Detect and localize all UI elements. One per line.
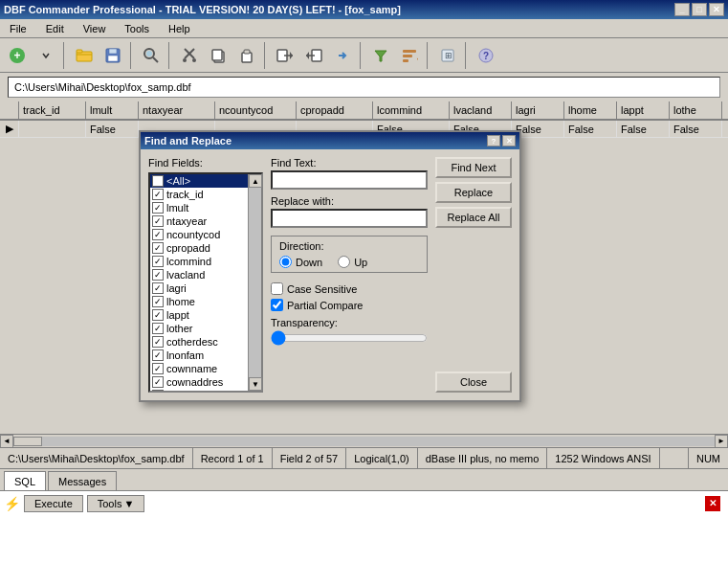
field-item-10[interactable]: lappt (150, 308, 248, 322)
find-next-button[interactable]: Find Next (435, 157, 512, 178)
field-item-8[interactable]: lagri (150, 282, 248, 295)
arrow-button[interactable] (329, 42, 356, 69)
direction-radio-row: Down Up (279, 256, 419, 268)
close-button[interactable]: ✕ (709, 3, 724, 16)
direction-up[interactable]: Up (338, 256, 367, 268)
close-dialog-button[interactable]: Close (435, 372, 512, 393)
status-path: C:\Users\Mihai\Desktop\fox_samp.dbf (0, 448, 193, 468)
export-button[interactable] (300, 42, 327, 69)
replace-button[interactable]: Replace (435, 182, 512, 203)
field-item-4[interactable]: ncountycod (150, 228, 248, 241)
copy-button[interactable] (205, 42, 232, 69)
tab-sql[interactable]: SQL (4, 471, 46, 490)
direction-label: Direction: (279, 240, 419, 252)
field-label-2: lmult (166, 202, 188, 214)
replace-all-button[interactable]: Replace All (435, 207, 512, 228)
menu-tools[interactable]: Tools (119, 21, 155, 36)
fields-label: Find Fields: (148, 157, 263, 169)
new-button[interactable]: + (4, 42, 31, 69)
field-item-6[interactable]: lcommind (150, 255, 248, 268)
toolbar-sep-5 (360, 42, 364, 69)
close-panel-button[interactable]: ✕ (705, 496, 720, 511)
menu-file[interactable]: File (4, 21, 33, 36)
field-item-14[interactable]: cownname (150, 362, 248, 375)
menu-help[interactable]: Help (163, 21, 196, 36)
field-checkbox-3 (152, 215, 164, 227)
field-item-0[interactable]: <All> (150, 174, 248, 188)
status-field: Field 2 of 57 (273, 448, 347, 468)
field-label-13: lnonfam (166, 349, 204, 361)
field-label-14: cownname (166, 363, 217, 374)
find-text-label: Find Text: (271, 157, 428, 169)
case-sensitive-option[interactable]: Case Sensitive (271, 282, 428, 295)
filter-button[interactable] (367, 42, 394, 69)
field-checkbox-0 (152, 175, 164, 187)
dialog-overlay: Find and Replace ? ✕ Find Fields: (0, 101, 728, 447)
scroll-down[interactable]: ▼ (249, 377, 262, 391)
field-checkbox-15 (152, 376, 164, 388)
dialog-help-button[interactable]: ? (487, 135, 500, 146)
find-text-input[interactable] (271, 170, 428, 190)
case-sensitive-checkbox[interactable] (271, 282, 283, 295)
direction-group: Direction: Down Up (271, 236, 428, 273)
field-checkbox-4 (152, 229, 164, 240)
menu-view[interactable]: View (77, 21, 112, 36)
scroll-up[interactable]: ▲ (249, 174, 262, 188)
replace-with-input[interactable] (271, 209, 428, 228)
field-item-5[interactable]: cpropadd (150, 241, 248, 255)
execute-button[interactable]: Execute (24, 495, 83, 512)
right-panel: Find Text: Replace with: Direction: (271, 157, 428, 393)
title-bar-controls: _ □ ✕ (674, 3, 724, 16)
field-label-3: ntaxyear (166, 215, 207, 227)
field-item-9[interactable]: lhome (150, 295, 248, 308)
field-item-12[interactable]: cotherdesc (150, 335, 248, 349)
partial-compare-checkbox[interactable] (271, 299, 283, 311)
field-checkbox-12 (152, 336, 164, 348)
dialog-close-button[interactable]: ✕ (502, 135, 516, 146)
tab-messages[interactable]: Messages (48, 471, 117, 490)
cut-button[interactable] (176, 42, 203, 69)
maximize-button[interactable]: □ (692, 3, 707, 16)
field-label-15: cownaddres (166, 376, 223, 388)
field-item-16[interactable]: cowncity (150, 389, 248, 391)
title-bar: DBF Commander Professional - TRIAL VERSI… (0, 0, 728, 19)
svg-point-13 (192, 58, 196, 62)
search-button[interactable] (138, 42, 165, 69)
save-button[interactable] (99, 42, 126, 69)
svg-rect-6 (108, 56, 118, 61)
field-item-3[interactable]: ntaxyear (150, 214, 248, 228)
field-item-2[interactable]: lmult (150, 201, 248, 214)
field-label-16: cowncity (166, 390, 207, 391)
sort-button[interactable]: ▼ (396, 42, 423, 69)
toolbar-sep-3 (168, 42, 172, 69)
radio-up[interactable] (338, 256, 350, 268)
fields-scrollbar[interactable]: ▲ ▼ (248, 174, 261, 391)
paste-button[interactable] (233, 42, 260, 69)
open-button[interactable] (71, 42, 98, 69)
calc-button[interactable]: ⊞ (434, 42, 461, 69)
field-item-1[interactable]: track_id (150, 188, 248, 201)
field-item-13[interactable]: lnonfam (150, 349, 248, 362)
scroll-track (249, 188, 261, 377)
field-item-7[interactable]: lvacland (150, 268, 248, 282)
fields-list[interactable]: <All>track_idlmultntaxyearncountycodcpro… (150, 174, 248, 391)
bottom-tabs: SQL Messages (0, 469, 728, 490)
direction-down[interactable]: Down (279, 256, 322, 268)
import-button[interactable] (272, 42, 298, 69)
dropdown-button[interactable] (33, 42, 59, 69)
minimize-button[interactable]: _ (674, 3, 690, 16)
svg-point-12 (183, 58, 187, 62)
sql-editor[interactable] (0, 515, 728, 563)
partial-compare-option[interactable]: Partial Compare (271, 299, 428, 311)
case-sensitive-label: Case Sensitive (287, 283, 357, 295)
toolbar-sep-2 (130, 42, 134, 69)
field-item-11[interactable]: lother (150, 322, 248, 335)
dialog-content: Find Fields: <All>track_idlmultntaxyearn… (141, 149, 519, 400)
transparency-slider[interactable] (271, 330, 428, 346)
fields-list-wrapper: <All>track_idlmultntaxyearncountycodcpro… (148, 172, 263, 393)
menu-edit[interactable]: Edit (40, 21, 70, 36)
field-item-15[interactable]: cownaddres (150, 375, 248, 389)
radio-down[interactable] (279, 256, 292, 268)
tools-button[interactable]: Tools ▼ (87, 495, 145, 512)
help-button[interactable]: ? (473, 42, 499, 69)
